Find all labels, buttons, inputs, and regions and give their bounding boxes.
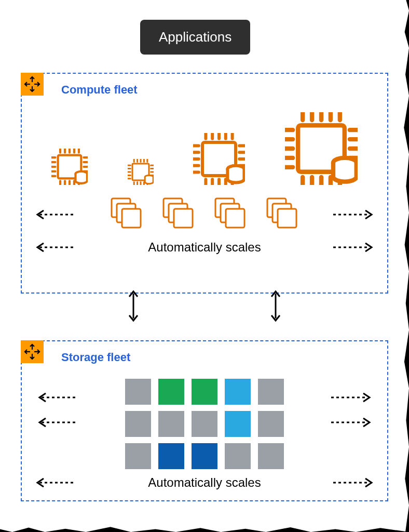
compute-scale-row-label: Automatically scales — [29, 237, 380, 258]
storage-block — [258, 443, 284, 469]
scale-icon — [21, 340, 44, 363]
storage-block — [192, 443, 217, 469]
instance-stack-icon — [108, 195, 145, 234]
storage-block — [192, 411, 217, 437]
storage-block — [125, 379, 151, 405]
storage-left-arrows — [36, 391, 80, 429]
storage-grid — [29, 379, 380, 469]
compute-instance-icon — [51, 149, 88, 187]
scale-icon — [21, 73, 44, 96]
panel-connectors — [21, 287, 388, 325]
svg-rect-103 — [226, 209, 244, 228]
instance-stacks — [108, 195, 301, 234]
storage-block — [158, 443, 184, 469]
storage-block — [158, 411, 184, 437]
storage-block — [225, 443, 251, 469]
instance-stack-icon — [212, 195, 249, 234]
compute-fleet-title: Compute fleet — [61, 83, 380, 97]
compute-scale-label: Automatically scales — [148, 240, 261, 255]
torn-edge-right — [402, 0, 409, 532]
compute-chips-row — [29, 97, 380, 192]
storage-block — [125, 411, 151, 437]
storage-scale-label: Automatically scales — [148, 475, 261, 490]
compute-instance-icon — [128, 159, 154, 187]
storage-right-arrows — [329, 391, 373, 429]
arrow-right-icon — [331, 208, 375, 221]
storage-block — [158, 379, 184, 405]
storage-fleet-title: Storage fleet — [61, 351, 380, 364]
storage-block — [225, 411, 251, 437]
arrow-right-icon — [331, 476, 375, 489]
storage-block — [225, 379, 251, 405]
arrow-right-icon — [329, 391, 373, 404]
instance-stack-icon — [160, 195, 197, 234]
compute-scale-row-stacks — [29, 192, 380, 237]
storage-block — [192, 379, 217, 405]
arrow-left-icon — [36, 391, 80, 404]
arrow-right-icon — [329, 416, 373, 429]
arrow-left-icon — [34, 208, 78, 221]
storage-block — [258, 411, 284, 437]
vertical-double-arrow-icon — [269, 289, 282, 323]
storage-block — [258, 379, 284, 405]
torn-edge-bottom — [0, 525, 409, 532]
compute-instance-icon — [193, 133, 245, 187]
arrow-left-icon — [34, 476, 78, 489]
applications-badge: Applications — [140, 20, 250, 55]
storage-scale-row-label: Automatically scales — [29, 472, 380, 493]
compute-fleet-panel: Compute fleet — [21, 73, 388, 294]
vertical-double-arrow-icon — [127, 289, 140, 323]
svg-rect-97 — [122, 209, 141, 228]
storage-fleet-panel: Storage fleet Automatically scales — [21, 340, 388, 501]
arrow-left-icon — [36, 416, 80, 429]
compute-instance-icon — [285, 112, 358, 187]
arrow-left-icon — [34, 241, 78, 254]
storage-block — [125, 443, 151, 469]
instance-stack-icon — [264, 195, 301, 234]
svg-rect-100 — [174, 209, 193, 228]
arrow-right-icon — [331, 241, 375, 254]
svg-rect-106 — [278, 209, 296, 228]
